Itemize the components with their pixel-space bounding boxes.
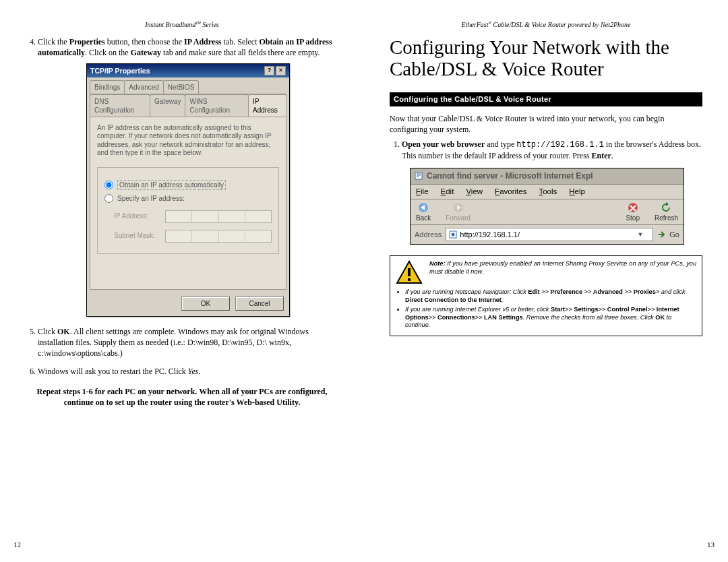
page-left: Instant BroadbandTM Series Click the Pro… [0,0,364,562]
right-steps: Open your web browser and type http://19… [390,139,702,161]
trademark-tm: TM [195,21,201,25]
title-bar-buttons: ? × [264,66,286,75]
svg-point-5 [452,232,455,236]
svg-rect-6 [408,268,411,276]
tab-dns[interactable]: DNS Configuration [90,94,150,117]
browser-toolbar: Back Forward Stop Refresh [411,199,684,225]
note-list: If you are running Netscape Navigator: C… [405,288,696,330]
note-ie: If you are running Internet Explorer v5 … [405,306,696,330]
subnet-label: Subnet Mask: [114,231,160,241]
menu-tools[interactable]: Tools [539,187,557,197]
radio-group: Obtain an IP address automatically Speci… [97,167,279,254]
chevron-down-icon[interactable]: ▼ [637,230,643,239]
page-number-right: 13 [707,540,715,550]
steps-4-6: Click the Properties button, then choose… [26,36,338,377]
ip-label: IP Address: [114,212,160,221]
step-5: Click OK. All client settings are comple… [38,326,338,359]
dialog-title: TCP/IP Properties [90,66,150,75]
go-button[interactable]: Go [657,230,679,240]
cancel-button[interactable]: Cancel [235,296,284,311]
url-text: http://192.168.1.1/ [460,230,520,240]
dialog-title-bar: TCP/IP Properties ? × [87,64,289,77]
note-label: Note: [429,260,445,267]
svg-rect-7 [408,278,411,281]
radio-auto-label: Obtain an IP address automatically [117,180,226,191]
intro-text: Now that your Cable/DSL & Voice Router i… [390,113,702,135]
subnet-input[interactable] [165,230,272,243]
step-4: Click the Properties button, then choose… [38,36,338,317]
stop-button[interactable]: Stop [626,202,640,223]
note-box: Note: If you have previously enabled an … [390,255,702,336]
page-right: EtherFast® Cable/DSL & Voice Router powe… [364,0,728,562]
menu-file[interactable]: File [416,187,429,197]
running-head-left: Instant BroadbandTM Series [26,20,338,30]
page-number-left: 12 [13,540,21,550]
forward-button[interactable]: Forward [446,202,471,223]
browser-menu: File Edit View Favorites Tools Help [411,185,684,200]
running-head-right: EtherFast® Cable/DSL & Voice Router powe… [390,20,702,30]
radio-auto[interactable]: Obtain an IP address automatically [104,180,272,191]
address-input[interactable]: http://192.168.1.1/ ▼ [446,228,653,242]
dialog-buttons: OK Cancel [87,292,289,317]
ip-input[interactable] [165,210,272,223]
help-icon[interactable]: ? [264,66,274,75]
subnet-row: Subnet Mask: [114,230,272,243]
running-head-post: Series [201,21,219,28]
warning-icon [396,260,423,284]
radio-specify[interactable]: Specify an IP address: [104,194,272,204]
tabs-row-2: DNS Configuration Gateway WINS Configura… [90,94,286,117]
menu-help[interactable]: Help [569,187,585,197]
radio-specify-input[interactable] [104,194,113,203]
default-url: http://192.168.1.1 [516,140,604,150]
menu-favorites[interactable]: Favorites [495,187,526,197]
url-page-icon [449,230,457,239]
tabs-row-1: Bindings Advanced NetBIOS [90,80,286,94]
close-icon[interactable]: × [276,66,286,75]
tab-content: An IP address can be automatically assig… [90,117,286,290]
radio-auto-input[interactable] [104,181,113,189]
step-6: Windows will ask you to restart the PC. … [38,366,338,377]
tab-wins[interactable]: WINS Configuration [185,94,249,117]
ip-desc: An IP address can be automatically assig… [97,124,279,158]
back-button[interactable]: Back [416,202,431,223]
address-bar-row: Address http://192.168.1.1/ ▼ Go [411,225,684,245]
tab-gateway[interactable]: Gateway [150,94,185,117]
address-label: Address [415,230,442,240]
browser-screenshot: Cannot find server - Microsoft Internet … [410,168,684,245]
refresh-button[interactable]: Refresh [655,202,678,223]
ie-page-icon [415,172,423,180]
radio-specify-label: Specify an IP address: [117,194,185,204]
tab-bindings[interactable]: Bindings [90,80,125,94]
note-netscape: If you are running Netscape Navigator: C… [405,288,696,304]
tab-ip-address[interactable]: IP Address [248,94,287,117]
tcpip-dialog: TCP/IP Properties ? × Bindings Advanced … [86,63,290,317]
two-page-spread: Instant BroadbandTM Series Click the Pro… [0,0,728,562]
browser-title-bar: Cannot find server - Microsoft Internet … [411,168,684,184]
note-top: Note: If you have previously enabled an … [396,260,696,284]
browser-title: Cannot find server - Microsoft Internet … [427,170,593,181]
right-step-1: Open your web browser and type http://19… [402,139,702,161]
section-bar: Configuring the Cable/DSL & Voice Router [390,92,702,106]
running-head-pre: Instant Broadband [145,21,195,28]
menu-edit[interactable]: Edit [441,187,454,197]
ip-address-row: IP Address: [114,210,272,223]
tab-netbios[interactable]: NetBIOS [163,80,199,94]
tab-advanced[interactable]: Advanced [124,80,163,94]
repeat-note: Repeat steps 1-6 for each PC on your net… [32,386,332,408]
menu-view[interactable]: View [466,187,483,197]
ok-button[interactable]: OK [181,296,230,311]
main-heading: Configuring Your Network with the Cable/… [390,36,702,80]
